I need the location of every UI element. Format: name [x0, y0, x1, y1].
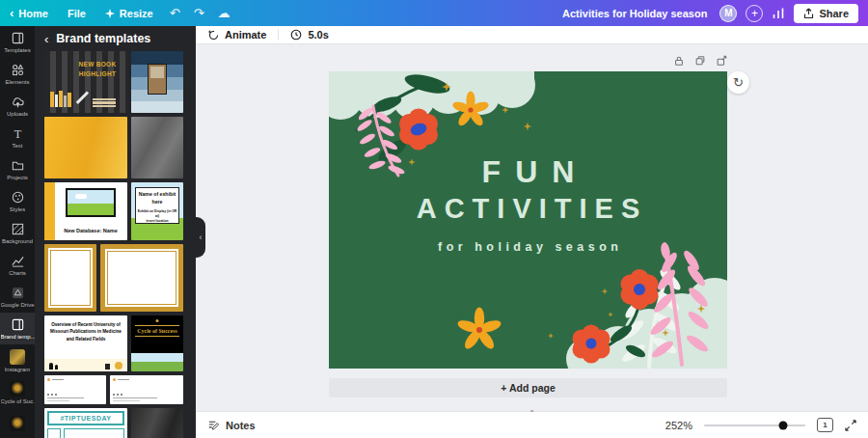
add-page-button[interactable]: + Add page — [329, 378, 727, 397]
exhibit-text-box: Name of exhibit here Exhibit on Display … — [135, 187, 179, 224]
gold-dot — [156, 319, 159, 322]
panel-header: ‹ Brand templates — [35, 26, 196, 51]
clock-icon — [290, 29, 302, 41]
template-row: Overview of Recent University of Missour… — [44, 315, 186, 371]
export-page-icon[interactable] — [716, 55, 727, 67]
add-member-button[interactable]: + — [746, 5, 763, 22]
sidebar-item-text[interactable]: T Text — [0, 122, 35, 153]
sidebar-item-label: Projects — [7, 175, 28, 180]
sidebar-item-background[interactable]: Background — [0, 217, 35, 249]
frame-inner-border — [50, 250, 91, 306]
sidebar-item-templates[interactable]: Templates — [0, 26, 35, 58]
top-bar: ‹ Home File Resize ↶ ↷ ☁ ✓ Activities fo… — [0, 0, 868, 26]
template-thumbnail-tip-tuesday[interactable]: #TIPTUESDAY — [44, 408, 127, 438]
home-button[interactable]: ‹ Home — [0, 0, 58, 26]
template-thumbnail-new-book[interactable]: NEW BOOK HIGHLIGHT — [44, 51, 127, 113]
page-indicator[interactable]: 1 — [817, 418, 833, 432]
sidebar-rail: Templates Elements Uploads T Text — [0, 26, 35, 438]
duration-button[interactable]: 5.0s — [279, 26, 339, 43]
canvas-text-group: FUN ACTIVITIES for holiday season — [329, 153, 727, 254]
save-status-button[interactable]: ☁ ✓ — [211, 6, 237, 20]
template-thumbnail-missouri[interactable]: Overview of Recent University of Missour… — [44, 315, 127, 371]
thumbnail-title: Overview of Recent University of Missour… — [49, 321, 122, 342]
sidebar-item-label: Google Drive — [1, 302, 35, 308]
zoom-slider[interactable] — [704, 424, 805, 426]
sidebar-item-projects[interactable]: Projects — [0, 153, 35, 185]
canvas-title-line1[interactable]: FUN — [329, 153, 727, 190]
sidebar-item-label: Styles — [10, 206, 25, 212]
landscape-illustration — [66, 188, 116, 217]
sidebar-item-uploads[interactable]: Uploads — [0, 90, 35, 122]
template-thumbnail-database[interactable]: New Database: Name — [44, 182, 127, 240]
plus-icon: + — [751, 7, 758, 20]
sidebar-item-label: Elements — [5, 79, 29, 85]
notes-label: Notes — [226, 420, 256, 431]
sidebar-item-google-drive[interactable]: Google Drive — [0, 281, 35, 313]
upload-icon — [803, 8, 814, 19]
template-thumbnail-social-post[interactable] — [44, 375, 106, 404]
undo-icon: ↶ — [170, 6, 180, 20]
duplicate-page-icon[interactable] — [694, 55, 706, 67]
template-thumbnail-dark[interactable] — [131, 408, 183, 438]
cycle-thumbnail-icon — [10, 381, 25, 397]
redo-button[interactable]: ↷ — [187, 6, 211, 20]
template-thumbnail-gold-frame-portrait[interactable] — [44, 244, 96, 312]
undo-button[interactable]: ↶ — [163, 6, 187, 20]
template-thumbnail-cycle-of-success[interactable]: Cycle of Success — [131, 315, 183, 371]
sidebar-item-brand-templates[interactable]: Brand temp... — [0, 313, 35, 344]
template-row — [44, 117, 186, 178]
sidebar-item-cycle-of-success[interactable]: Cycle of Suc... — [0, 376, 35, 408]
topbar-right-group: Activities for Holiday season M + Share — [562, 4, 868, 23]
tip-boxes — [47, 428, 124, 438]
thumbnail-title: NEW BOOK HIGHLIGHT — [71, 60, 123, 79]
avatar[interactable]: M — [719, 5, 737, 22]
document-title[interactable]: Activities for Holiday season — [562, 8, 707, 19]
design-page[interactable]: FUN ACTIVITIES for holiday season — [329, 71, 727, 369]
template-thumbnail-exhibit[interactable]: Name of exhibit here Exhibit on Display … — [131, 182, 183, 240]
insights-icon[interactable] — [772, 7, 785, 20]
canvas-subtitle[interactable]: for holiday season — [329, 240, 727, 254]
books-illustration — [50, 91, 71, 107]
brand-templates-panel: ‹ Brand templates NEW BOOK HIGHLIGHT — [35, 26, 196, 438]
zoom-slider-handle[interactable] — [778, 421, 787, 429]
book-stack-illustration — [93, 97, 116, 108]
panel-collapse-button[interactable]: ‹ — [196, 217, 205, 258]
timeline-expand-button[interactable]: ⌃ — [529, 410, 535, 418]
panel-back-button[interactable]: ‹ — [44, 32, 48, 46]
collapse-chevron-icon: ‹ — [200, 233, 203, 242]
template-thumbnail-social-post[interactable] — [110, 375, 183, 404]
animate-button[interactable]: Animate — [196, 26, 278, 43]
canva-editor: ‹ Home File Resize ↶ ↷ ☁ ✓ Activities fo… — [0, 0, 868, 438]
svg-text:T: T — [14, 127, 21, 141]
canvas-region: FUN ACTIVITIES for holiday season ↻ + Ad… — [196, 44, 868, 411]
lock-icon[interactable] — [673, 55, 685, 67]
file-menu-button[interactable]: File — [58, 0, 95, 26]
frame-inner-border — [107, 251, 176, 305]
sidebar-item-label: Uploads — [7, 111, 28, 117]
template-thumbnail-book-cover[interactable] — [131, 51, 183, 113]
charts-icon — [11, 254, 25, 268]
sidebar-item-label: Background — [2, 238, 33, 244]
sidebar-item-instagram[interactable]: Instagram — [0, 344, 35, 376]
template-thumbnail-yellow[interactable] — [44, 117, 127, 178]
template-row — [44, 375, 186, 404]
sidebar-item-elements[interactable]: Elements — [0, 58, 35, 90]
template-thumbnail-gold-frame-landscape[interactable] — [100, 244, 183, 312]
resize-button[interactable]: Resize — [95, 0, 163, 26]
canvas-title-line2[interactable]: ACTIVITIES — [329, 190, 727, 227]
sidebar-item-styles[interactable]: Styles — [0, 185, 35, 217]
sidebar-item-more[interactable] — [0, 408, 35, 438]
template-row: NEW BOOK HIGHLIGHT — [44, 51, 186, 113]
template-thumbnail-gray[interactable] — [131, 117, 183, 178]
template-row: New Database: Name Name of exhibit here … — [44, 182, 186, 240]
sidebar-item-charts[interactable]: Charts — [0, 249, 35, 281]
yellow-sidebar — [44, 182, 55, 240]
share-button[interactable]: Share — [794, 4, 858, 23]
add-page-label: + Add page — [501, 382, 556, 394]
notes-button[interactable]: Notes — [196, 419, 267, 431]
post-footer — [47, 394, 103, 402]
fullscreen-icon[interactable] — [845, 420, 856, 431]
sync-button[interactable]: ↻ — [727, 71, 749, 94]
background-icon — [11, 222, 25, 236]
brand-templates-icon — [11, 317, 25, 332]
